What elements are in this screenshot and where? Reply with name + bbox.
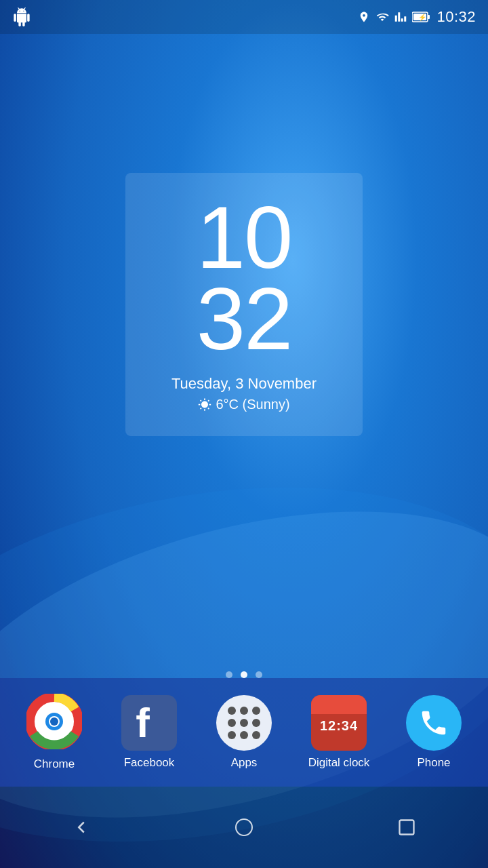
dock-app-digitalclock[interactable]: 12:34 Digital clock [298, 695, 380, 770]
clock-hours: 10 [152, 193, 336, 281]
phone-icon [406, 695, 462, 751]
clock-date: Tuesday, 3 November [152, 375, 336, 393]
status-left [12, 7, 31, 26]
apps-icon [216, 695, 272, 751]
svg-point-11 [236, 819, 252, 835]
dock-app-phone[interactable]: Phone [393, 695, 474, 770]
page-indicator-1[interactable] [241, 671, 247, 678]
svg-point-9 [50, 717, 58, 726]
status-right: ⚡ 10:32 [358, 8, 476, 26]
android-icon [12, 7, 31, 26]
svg-rect-2 [428, 15, 430, 19]
home-button[interactable] [224, 807, 264, 848]
page-indicator-2[interactable] [256, 671, 262, 678]
digitalclock-label: Digital clock [308, 756, 370, 770]
apps-label: Apps [231, 756, 258, 770]
chrome-icon [26, 694, 82, 752]
phone-label: Phone [417, 756, 450, 770]
dock-app-apps[interactable]: Apps [203, 695, 285, 770]
weather-text: 6°C (Sunny) [216, 397, 289, 412]
svg-text:f: f [136, 703, 150, 743]
back-button[interactable] [61, 807, 102, 848]
wifi-icon [375, 11, 389, 23]
svg-text:⚡: ⚡ [418, 13, 427, 22]
status-time: 10:32 [436, 8, 476, 26]
dock: Chrome f Facebook Apps [0, 678, 488, 787]
dock-app-chrome[interactable]: Chrome [14, 694, 95, 771]
dock-app-facebook[interactable]: f Facebook [108, 695, 190, 770]
sun-icon [198, 398, 211, 412]
facebook-label: Facebook [124, 756, 175, 770]
nav-bar [0, 787, 488, 868]
clock-widget[interactable]: 10 32 Tuesday, 3 November 6°C (Sunny) [125, 173, 363, 436]
location-icon [358, 11, 370, 23]
page-indicator-0[interactable] [226, 671, 232, 678]
svg-rect-12 [400, 821, 414, 835]
battery-icon: ⚡ [412, 11, 431, 23]
status-bar: ⚡ 10:32 [0, 0, 488, 34]
page-indicators [0, 671, 488, 678]
clock-minutes: 32 [152, 275, 336, 363]
signal-icon [394, 11, 407, 23]
chrome-label: Chrome [34, 757, 75, 771]
digitalclock-icon: 12:34 [311, 695, 367, 751]
clock-weather: 6°C (Sunny) [152, 397, 336, 412]
facebook-icon: f [121, 695, 177, 751]
recents-button[interactable] [386, 807, 427, 848]
